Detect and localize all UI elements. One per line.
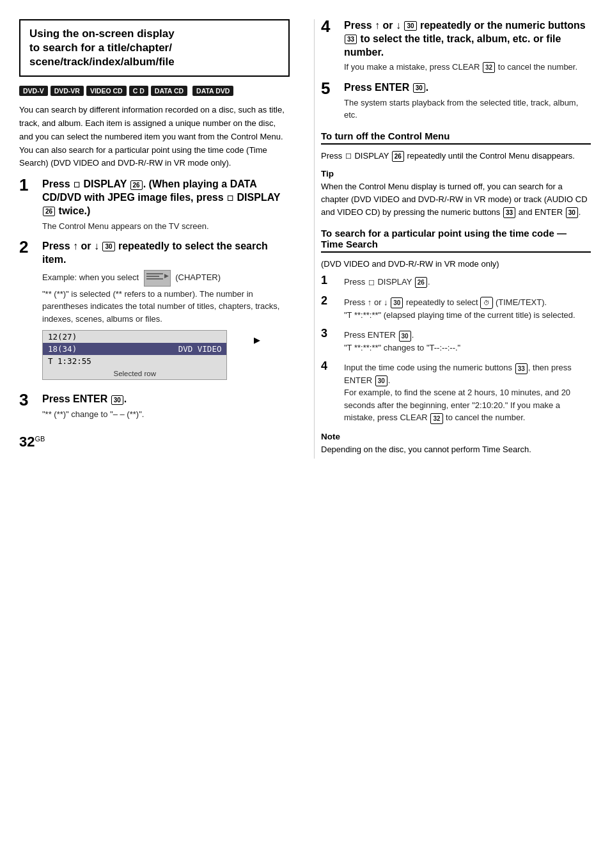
- intro-text: You can search by different information …: [19, 104, 290, 170]
- ts-step-4-detail: For example, to find the scene at 2 hour…: [344, 386, 591, 424]
- badge-26-2: 26: [43, 207, 55, 216]
- badge-26-cm: 26: [392, 151, 404, 162]
- page-number: 32GB: [19, 434, 290, 450]
- badge-datacd: DATA CD: [151, 86, 187, 96]
- badge-dvdv: DVD-V: [19, 86, 48, 96]
- step-2-detail: Example: when you select ▶ (CHAPTER) "**…: [42, 269, 290, 326]
- badge-videocd: VIDEO CD: [86, 86, 127, 96]
- badge-30-3: 30: [111, 395, 123, 405]
- badge-32-ts4: 32: [430, 413, 442, 424]
- step-5: 5 Press ENTER 30. The system starts play…: [321, 81, 591, 122]
- step-4-content: Press ↑ or ↓ 30 repeatedly or the numeri…: [344, 19, 591, 74]
- step-2-content: Press ↑ or ↓ 30 repeatedly to select the…: [42, 240, 290, 385]
- badge-26-ts1: 26: [415, 277, 427, 288]
- ts-step-4-number: 4: [321, 360, 340, 372]
- step-3-title: Press ENTER 30.: [42, 393, 290, 406]
- badge-30-ts4: 30: [375, 375, 387, 386]
- display-icon-ts1: ☐: [368, 278, 375, 288]
- tip-text: When the Control Menu display is turned …: [321, 180, 591, 219]
- step-5-title: Press ENTER 30.: [344, 81, 591, 95]
- step-3-detail: "** (**)" change to "– – (**)".: [42, 408, 290, 421]
- right-column: 4 Press ↑ or ↓ 30 repeatedly or the nume…: [314, 19, 591, 459]
- dvd-display-table: 12(27) 18(34) DVD VIDEO T 1:32:55 Select…: [42, 330, 227, 380]
- badge-33-ts4: 33: [515, 363, 528, 374]
- badge-26-1: 26: [130, 180, 143, 190]
- ts-step-2-title: Press ↑ or ↓ 30 repeatedly to select ⏱ (…: [344, 296, 591, 309]
- title-box: Using the on-screen display to search fo…: [19, 19, 290, 77]
- badge-30-4: 30: [404, 21, 416, 31]
- step-2-number: 2: [19, 239, 38, 255]
- step-5-detail: The system starts playback from the sele…: [344, 97, 591, 122]
- display-icon-1: ☐: [74, 180, 80, 189]
- time-search-subtitle: (DVD VIDEO and DVD-R/-RW in VR mode only…: [321, 258, 591, 271]
- dvd-selected-label: Selected row: [43, 368, 226, 379]
- step-3: 3 Press ENTER 30. "** (**)" change to "–…: [19, 393, 290, 420]
- dvd-row-2-left: 18(34): [48, 344, 178, 354]
- tip-header: Tip: [321, 169, 591, 178]
- step-1: 1 Press ☐ DISPLAY 26. (When playing a DA…: [19, 178, 290, 232]
- badge-30-5: 30: [413, 83, 425, 93]
- note-header: Note: [321, 432, 591, 441]
- badge-33-tip: 33: [503, 207, 515, 219]
- step-1-title: Press ☐ DISPLAY 26. (When playing a DATA…: [42, 178, 290, 217]
- dvd-row-1: 12(27): [43, 331, 226, 343]
- ts-step-1: 1 Press ☐ DISPLAY 26.: [321, 276, 591, 288]
- step-1-content: Press ☐ DISPLAY 26. (When playing a DATA…: [42, 178, 290, 232]
- ts-step-2-content: Press ↑ or ↓ 30 repeatedly to select ⏱ (…: [344, 296, 591, 322]
- ts-step-3-number: 3: [321, 327, 340, 339]
- badge-30-2: 30: [102, 242, 114, 251]
- badge-33-4: 33: [345, 35, 357, 44]
- control-menu-header: To turn off the Control Menu: [321, 130, 591, 145]
- step-3-number: 3: [19, 391, 38, 408]
- badge-32-4: 32: [483, 62, 495, 73]
- badge-30-ts2: 30: [391, 297, 403, 308]
- dvd-row-2: 18(34) DVD VIDEO: [43, 343, 226, 355]
- ts-step-3-title: Press ENTER 30.: [344, 329, 591, 342]
- badge-30-ts3: 30: [399, 331, 411, 342]
- left-column: Using the on-screen display to search fo…: [19, 19, 296, 459]
- dvd-row-1-left: 12(27): [48, 332, 221, 342]
- page-title: Using the on-screen display to search fo…: [29, 27, 279, 69]
- arrow-right-icon: ▶: [254, 335, 260, 345]
- ts-step-1-title: Press ☐ DISPLAY 26.: [344, 276, 591, 288]
- step-3-content: Press ENTER 30. "** (**)" change to "– –…: [42, 393, 290, 420]
- step-2: 2 Press ↑ or ↓ 30 repeatedly to select t…: [19, 240, 290, 385]
- ts-step-1-content: Press ☐ DISPLAY 26.: [344, 276, 591, 288]
- dvd-row-2-right: DVD VIDEO: [178, 344, 222, 354]
- display-icon-2: ☐: [227, 194, 233, 203]
- time-text-icon: ⏱: [480, 297, 493, 309]
- ts-step-2: 2 Press ↑ or ↓ 30 repeatedly to select ⏱…: [321, 296, 591, 322]
- ts-step-2-detail: "T **:**:**" (elapsed playing time of th…: [344, 309, 591, 322]
- ts-step-4-content: Input the time code using the numeric bu…: [344, 361, 591, 424]
- step-1-number: 1: [19, 177, 38, 193]
- step-2-title: Press ↑ or ↓ 30 repeatedly to select the…: [42, 240, 290, 267]
- dvd-row-3-left: T 1:32:55: [48, 356, 221, 366]
- step-1-detail: The Control Menu appears on the TV scree…: [42, 220, 290, 233]
- dvd-row-3: T 1:32:55: [43, 355, 226, 368]
- step-5-number: 5: [321, 80, 340, 97]
- badge-datadvd: DATA DVD: [192, 86, 233, 96]
- step-4-title: Press ↑ or ↓ 30 repeatedly or the numeri…: [344, 19, 591, 59]
- note-text: Depending on the disc, you cannot perfor…: [321, 443, 591, 456]
- badge-cd: C D: [129, 86, 148, 96]
- ts-step-4: 4 Input the time code using the numeric …: [321, 361, 591, 424]
- badge-dvdvr: DVD-VR: [51, 86, 84, 96]
- step-4-number: 4: [321, 18, 340, 35]
- step-4: 4 Press ↑ or ↓ 30 repeatedly or the nume…: [321, 19, 591, 74]
- format-badges: DVD-V DVD-VR VIDEO CD C D DATA CD DATA D…: [19, 86, 290, 96]
- time-search-header: To search for a particular point using t…: [321, 228, 591, 253]
- ts-step-1-number: 1: [321, 274, 340, 286]
- display-icon-cm: ☐: [345, 151, 352, 162]
- control-menu-text: Press ☐ DISPLAY 26 repeatedly until the …: [321, 150, 591, 162]
- badge-30-tip: 30: [566, 207, 578, 219]
- step-5-content: Press ENTER 30. The system starts playba…: [344, 81, 591, 122]
- ts-step-3: 3 Press ENTER 30. "T **:**:**" changes t…: [321, 329, 591, 354]
- step-4-detail: If you make a mistake, press CLEAR 32 to…: [344, 61, 591, 74]
- ts-step-2-number: 2: [321, 295, 340, 306]
- ts-step-3-detail: "T **:**:**" changes to "T--:--:--.": [344, 342, 591, 354]
- ts-step-3-content: Press ENTER 30. "T **:**:**" changes to …: [344, 329, 591, 354]
- ts-step-4-title: Input the time code using the numeric bu…: [344, 361, 591, 386]
